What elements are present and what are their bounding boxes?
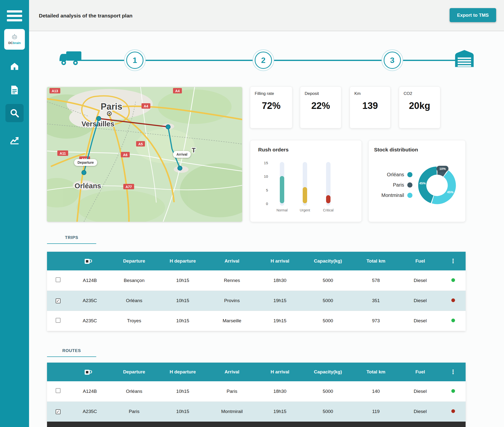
svg-text:A6: A6 (123, 153, 127, 157)
col-fuel: Fuel (400, 252, 441, 270)
road-badge: A4 (173, 88, 182, 93)
trips-table: ID Departure H departure Arrival H arriv… (47, 252, 466, 331)
route-map[interactable]: A13A4A4A5A6A10A11A77 ParisVersaillesOrlé… (47, 87, 242, 222)
menu-icon[interactable] (7, 10, 22, 24)
cell-arrival: Marseille (208, 311, 256, 331)
donut-slice-orléans (422, 171, 437, 199)
status-dot (451, 319, 455, 322)
cell-total-km: 973 (352, 311, 400, 331)
svg-text:A77: A77 (126, 185, 132, 189)
road-badge: A13 (49, 88, 60, 93)
legend-item: Montmirail (374, 190, 412, 200)
cell-arrival: Montmirail (208, 401, 256, 422)
warehouse-icon (454, 49, 475, 69)
city-label: Paris (101, 102, 122, 112)
stock-donut-chart: 10%45%45% (416, 164, 458, 206)
bar-normal (280, 176, 284, 203)
truck-icon (59, 50, 82, 69)
row-checkbox[interactable] (56, 318, 61, 323)
table-header-row: ID Departure H departure Arrival H arriv… (47, 252, 466, 270)
kpi-co2: CO2 20kg (399, 87, 440, 128)
step-2[interactable]: 2 (255, 52, 272, 69)
table-row[interactable]: A124BOrléans10h15Paris18h305000140Diesel (47, 381, 466, 401)
select-all-checkbox[interactable] (85, 259, 90, 264)
tab-trips[interactable]: TRIPS (47, 232, 96, 244)
col-departure: Departure (111, 363, 158, 381)
cell-fuel: Diesel (400, 291, 441, 311)
row-checkbox[interactable] (56, 388, 61, 393)
y-tick-label: 5 (257, 188, 268, 192)
routes-table: ID Departure H departure Arrival H arriv… (47, 363, 466, 422)
column-menu-icon[interactable]: ⋮ (450, 258, 456, 264)
cell-total-km: 351 (352, 291, 400, 311)
col-h-departure: H departure (158, 363, 208, 381)
kpi-label: CO2 (404, 91, 440, 96)
col-arrival: Arrival (208, 252, 256, 270)
cell-capacity: 5000 (304, 401, 352, 422)
legend-item: Paris (374, 180, 412, 190)
sidebar-item-search[interactable] (0, 106, 29, 120)
cutoff-row (47, 422, 466, 427)
dcbrain-logo[interactable]: DCbrain (4, 29, 25, 50)
donut-percent-label: 10% (437, 166, 448, 171)
cell-capacity: 5000 (304, 381, 352, 401)
kpi-filling-rate: Filling rate 72% (250, 87, 292, 128)
table-row[interactable]: A235CTroyes10h15Marseille19h155000973Die… (47, 311, 466, 331)
y-tick-label: 0 (257, 202, 268, 206)
cell-departure: Orléans (111, 381, 158, 401)
legend-label: Paris (393, 182, 404, 188)
cell-id: A235C (69, 311, 111, 331)
sidebar: DCbrain (0, 0, 29, 427)
cell-arrival: Provins (208, 291, 256, 311)
sidebar-item-home[interactable] (0, 59, 29, 74)
cell-id: A124B (69, 381, 111, 401)
col-id: ID (69, 363, 111, 381)
svg-text:A13: A13 (52, 89, 58, 93)
app-window: DCbrain (0, 0, 504, 427)
city-label: Orléans (75, 182, 101, 190)
y-tick-label: 15 (257, 161, 268, 165)
col-h-arrival: H arrival (256, 363, 304, 381)
kpi-label: Km (354, 91, 390, 96)
search-icon (10, 108, 19, 118)
home-icon (10, 62, 19, 71)
cell-id: A124B (69, 270, 111, 291)
kpi-value: 22% (300, 101, 341, 111)
kpi-value: 72% (250, 101, 292, 111)
row-checkbox[interactable]: ✓ (56, 298, 61, 303)
sidebar-item-documents[interactable] (0, 83, 29, 97)
legend-label: Orléans (387, 172, 404, 177)
col-fuel: Fuel (400, 363, 441, 381)
x-category-label: Critical (316, 208, 341, 212)
sidebar-item-analytics[interactable] (0, 133, 29, 147)
col-departure: Departure (111, 252, 158, 270)
cell-id: A235C (69, 401, 111, 422)
cell-h-departure: 10h15 (158, 381, 208, 401)
select-all-checkbox[interactable] (85, 370, 90, 375)
cell-h-arrival: 19h15 (256, 311, 304, 331)
step-3[interactable]: 3 (384, 52, 401, 69)
step-1[interactable]: 1 (126, 52, 143, 69)
table-row[interactable]: ✓A235COrléans10h15Provins19h155000351Die… (47, 291, 466, 311)
stock-distribution-card: Stock distribution OrléansParisMontmirai… (368, 140, 466, 222)
road-badge: A11 (57, 150, 68, 156)
row-checkbox[interactable]: ✓ (56, 409, 61, 414)
column-menu-icon[interactable]: ⋮ (450, 368, 456, 375)
legend-dot (407, 193, 412, 198)
x-category-label: Urgent (293, 208, 317, 212)
table-row[interactable]: A124BBesançon10h15Rennes18h305000578Dies… (47, 270, 466, 291)
row-checkbox[interactable] (56, 277, 61, 282)
status-dot (451, 409, 455, 413)
table-row[interactable]: ✓A235CParis10h15Montmirail19h155000119Di… (47, 401, 466, 422)
cell-total-km: 140 (352, 381, 400, 401)
stock-distribution-title: Stock distribution (374, 147, 418, 153)
donut-percent-label: 45% (447, 190, 453, 194)
cell-departure: Orléans (111, 291, 158, 311)
cell-h-arrival: 19h15 (256, 401, 304, 422)
export-to-tms-button[interactable]: Export to TMS (450, 8, 496, 22)
col-capacity: Capacity(kg) (304, 363, 352, 381)
legend-dot (407, 172, 412, 177)
legend-label: Montmirail (381, 192, 404, 198)
cell-departure: Troyes (111, 311, 158, 331)
tab-routes[interactable]: ROUTES (47, 345, 96, 357)
